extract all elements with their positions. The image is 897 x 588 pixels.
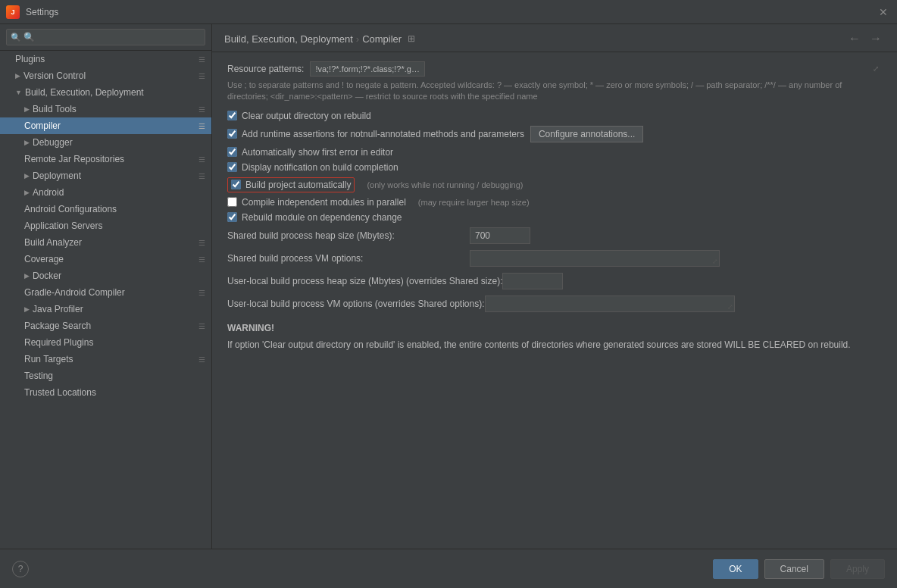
java-profiler-arrow: ▶ — [24, 305, 30, 313]
user-vm-expand-icon: ⤢ — [727, 303, 733, 311]
expand-icon: ⤢ — [873, 64, 879, 73]
shared-vm-expand-icon: ⤢ — [712, 258, 718, 265]
user-vm-input[interactable] — [485, 296, 735, 312]
ok-button[interactable]: OK — [713, 559, 758, 579]
sidebar-item-compiler[interactable]: Compiler ☰ — [0, 117, 211, 134]
resource-patterns-row: Resource patterns: ⤢ — [227, 61, 882, 77]
sidebar-item-run-targets[interactable]: Run Targets ☰ — [0, 351, 211, 368]
sidebar-item-plugins[interactable]: Plugins ☰ — [0, 51, 211, 67]
sidebar-item-app-servers[interactable]: Application Servers — [0, 217, 211, 234]
cancel-button[interactable]: Cancel — [764, 559, 824, 579]
display-notification-checkbox[interactable] — [227, 162, 237, 172]
user-vm-label: User-local build process VM options (ove… — [227, 299, 485, 309]
search-area: 🔍 — [0, 24, 211, 51]
help-button[interactable]: ? — [12, 561, 29, 577]
show-first-error-label[interactable]: Automatically show first error in editor — [242, 147, 393, 158]
title-bar: J Settings ✕ — [0, 0, 897, 24]
add-runtime-checkbox[interactable] — [227, 129, 237, 139]
content-area: Build, Execution, Deployment › Compiler … — [212, 24, 897, 549]
sidebar-item-build-analyzer[interactable]: Build Analyzer ☰ — [0, 234, 211, 251]
shared-vm-input[interactable] — [470, 250, 720, 267]
compiler-settings-icon: ☰ — [198, 122, 205, 130]
package-search-settings-icon: ☰ — [198, 322, 205, 330]
resource-pattern-wrap: ⤢ — [310, 61, 882, 77]
nav-forward-button[interactable]: → — [867, 32, 885, 45]
user-vm-row: User-local build process VM options (ove… — [227, 296, 882, 312]
sidebar-item-build-execution[interactable]: ▼ Build, Execution, Deployment — [0, 84, 211, 101]
user-heap-input[interactable] — [502, 273, 563, 289]
deployment-arrow: ▶ — [24, 172, 30, 180]
bottom-bar: ? OK Cancel Apply — [0, 549, 897, 588]
version-control-settings-icon: ☰ — [198, 72, 205, 80]
add-runtime-row: Add runtime assertions for notnull-annot… — [227, 126, 882, 142]
compile-parallel-row: Compile independent modules in parallel … — [227, 197, 882, 208]
display-notification-row: Display notification on build completion — [227, 162, 882, 173]
pin-icon: ⊞ — [408, 33, 415, 44]
shared-vm-row: Shared build process VM options: ⤢ — [227, 250, 882, 267]
bottom-buttons: OK Cancel Apply — [713, 559, 885, 579]
display-notification-label[interactable]: Display notification on build completion — [242, 162, 398, 173]
deployment-settings-icon: ☰ — [198, 172, 205, 180]
sidebar-item-version-control[interactable]: ▶ Version Control ☰ — [0, 67, 211, 84]
build-analyzer-settings-icon: ☰ — [198, 239, 205, 247]
build-tools-arrow: ▶ — [24, 105, 30, 113]
clear-output-checkbox[interactable] — [227, 111, 237, 120]
sidebar-item-deployment[interactable]: ▶ Deployment ☰ — [0, 167, 211, 184]
debugger-arrow: ▶ — [24, 139, 30, 146]
breadcrumb-parent: Build, Execution, Deployment — [224, 33, 353, 45]
compile-parallel-checkbox[interactable] — [227, 197, 237, 207]
android-arrow: ▶ — [24, 189, 30, 196]
resource-patterns-hint: Use ; to separate patterns and ! to nega… — [227, 80, 882, 103]
sidebar: 🔍 Plugins ☰ ▶ Version Control ☰ ▼ Build,… — [0, 24, 212, 549]
configure-annotations-button[interactable]: Configure annotations... — [530, 126, 643, 142]
sidebar-item-testing[interactable]: Testing — [0, 368, 211, 384]
breadcrumb-separator: › — [356, 33, 359, 45]
shared-heap-row: Shared build process heap size (Mbytes): — [227, 227, 882, 244]
sidebar-item-android[interactable]: ▶ Android — [0, 184, 211, 201]
compile-parallel-note: (may require larger heap size) — [418, 198, 530, 207]
show-first-error-checkbox[interactable] — [227, 147, 237, 157]
search-input[interactable] — [6, 29, 205, 45]
remote-jar-settings-icon: ☰ — [198, 155, 205, 164]
build-auto-label[interactable]: Build project automatically — [245, 180, 351, 190]
clear-output-row: Clear output directory on rebuild — [227, 111, 882, 121]
sidebar-item-remote-jar[interactable]: Remote Jar Repositories ☰ — [0, 151, 211, 167]
close-button[interactable]: ✕ — [876, 5, 891, 20]
show-first-error-row: Automatically show first error in editor — [227, 147, 882, 158]
build-tools-settings-icon: ☰ — [198, 105, 205, 114]
sidebar-item-gradle-android[interactable]: Gradle-Android Compiler ☰ — [0, 284, 211, 301]
sidebar-item-debugger[interactable]: ▶ Debugger — [0, 134, 211, 151]
compile-parallel-label[interactable]: Compile independent modules in parallel — [242, 197, 406, 208]
sidebar-item-docker[interactable]: ▶ Docker — [0, 267, 211, 284]
gradle-settings-icon: ☰ — [198, 289, 205, 297]
breadcrumb-current: Compiler — [362, 33, 402, 45]
user-vm-input-wrap: ⤢ — [485, 296, 735, 312]
add-runtime-label[interactable]: Add runtime assertions for notnull-annot… — [242, 129, 524, 139]
nav-back-button[interactable]: ← — [845, 32, 864, 45]
warning-text: If option 'Clear output directory on reb… — [227, 338, 882, 352]
rebuild-module-checkbox[interactable] — [227, 212, 237, 222]
sidebar-item-build-tools[interactable]: ▶ Build Tools ☰ — [0, 101, 211, 117]
sidebar-item-trusted-locations[interactable]: Trusted Locations — [0, 384, 211, 401]
sidebar-item-required-plugins[interactable]: Required Plugins — [0, 334, 211, 351]
sidebar-item-coverage[interactable]: Coverage ☰ — [0, 251, 211, 267]
plugins-settings-icon: ☰ — [198, 55, 205, 64]
build-execution-arrow: ▼ — [15, 89, 22, 96]
rebuild-module-label[interactable]: Rebuild module on dependency change — [242, 212, 402, 223]
breadcrumb: Build, Execution, Deployment › Compiler … — [224, 33, 415, 45]
shared-vm-label: Shared build process VM options: — [227, 253, 470, 264]
sidebar-item-java-profiler[interactable]: ▶ Java Profiler — [0, 301, 211, 317]
sidebar-item-android-configs[interactable]: Android Configurations — [0, 201, 211, 217]
build-auto-checkbox[interactable] — [231, 180, 241, 189]
search-icon: 🔍 — [11, 33, 21, 42]
resource-patterns-input[interactable] — [310, 61, 425, 77]
clear-output-label[interactable]: Clear output directory on rebuild — [242, 111, 371, 121]
apply-button[interactable]: Apply — [830, 559, 885, 579]
shared-heap-input[interactable] — [470, 227, 530, 244]
nav-arrows: ← → — [845, 32, 885, 45]
sidebar-item-package-search[interactable]: Package Search ☰ — [0, 317, 211, 334]
version-control-arrow: ▶ — [15, 72, 20, 80]
build-auto-highlight: Build project automatically — [227, 177, 355, 192]
rebuild-module-row: Rebuild module on dependency change — [227, 212, 882, 223]
main-container: 🔍 Plugins ☰ ▶ Version Control ☰ ▼ Build,… — [0, 24, 897, 549]
